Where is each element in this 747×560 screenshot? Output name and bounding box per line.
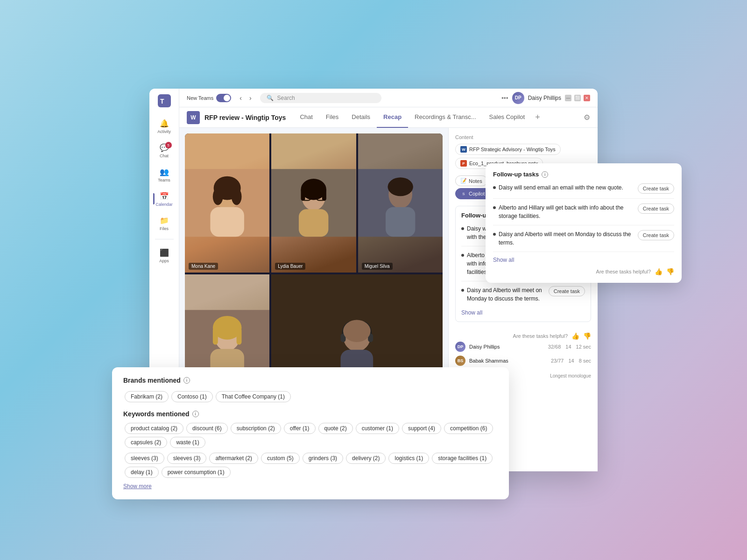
brands-card-title: Brands mentioned i	[123, 377, 498, 384]
kw-aftermarket[interactable]: aftermarket (2)	[209, 453, 258, 464]
user-name: Daisy Phillips	[528, 95, 561, 101]
thumbs-down-button[interactable]: 👎	[583, 332, 591, 340]
tab-recap[interactable]: Recap	[377, 107, 408, 128]
content-label: Content	[455, 134, 591, 140]
kw-quote[interactable]: quote (2)	[318, 423, 353, 434]
create-task-btn-3[interactable]: Create task	[549, 286, 585, 296]
sidebar-item-apps[interactable]: ⬛ Apps	[153, 244, 176, 266]
chat-badge: 5	[165, 142, 172, 148]
channel-settings-icon[interactable]: ⚙	[584, 113, 590, 122]
user-avatar[interactable]: DP	[512, 92, 524, 104]
files-icon: 📁	[159, 215, 169, 225]
minimize-button[interactable]: —	[565, 95, 571, 101]
kw-discount[interactable]: discount (6)	[186, 423, 228, 434]
kw-product-catalog[interactable]: product catalog (2)	[125, 423, 183, 434]
sidebar-label-calendar: Calendar	[155, 202, 173, 207]
sidebar-item-teams[interactable]: 👥 Teams	[153, 163, 176, 186]
kw-sleeves-1[interactable]: sleeves (3)	[125, 453, 164, 464]
count-babak: 14	[568, 358, 574, 364]
channel-icon: W	[187, 111, 200, 124]
svg-point-7	[232, 188, 242, 205]
name-daisy: Daisy Phillips	[469, 344, 544, 350]
svg-point-32	[343, 320, 371, 342]
apps-icon: ⬛	[159, 247, 169, 258]
kw-subscription[interactable]: subscription (2)	[231, 423, 281, 434]
helpful-section: Are these tasks helpful? 👍 👎	[455, 332, 591, 340]
tasks-card-thumbs-up[interactable]: 👍	[655, 268, 662, 275]
task-card-create-btn-1[interactable]: Create task	[638, 183, 674, 194]
maximize-button[interactable]: ⬜	[574, 95, 581, 101]
stats-daisy: 32/68 14 12 sec	[548, 344, 591, 350]
more-options-icon[interactable]: •••	[501, 94, 508, 102]
brands-card: Brands mentioned i Fabrikam (2) Contoso …	[112, 367, 509, 499]
task-bullet-2	[461, 254, 464, 257]
task-card-item-2: Alberto and Hillary will get back with i…	[493, 203, 674, 225]
task-card-item-3: Daisy and Alberto will meet on Monday to…	[493, 230, 674, 252]
ratio-daisy: 32/68	[548, 344, 561, 350]
file-rfp[interactable]: W RFP Strategic Advisory - Wingtip Toys	[455, 144, 561, 155]
forward-button[interactable]: ›	[247, 93, 254, 103]
time-daisy: 12 sec	[576, 344, 591, 350]
person-silhouette-lydia	[271, 133, 356, 273]
svg-rect-25	[213, 328, 218, 344]
stats-babak: 23/77 14 8 sec	[551, 358, 591, 364]
kw-waste[interactable]: waste (1)	[170, 437, 205, 448]
sidebar-item-chat[interactable]: 💬 5 Chat	[153, 139, 176, 161]
kw-capsules[interactable]: capsules (2)	[125, 437, 167, 448]
svg-rect-16	[322, 188, 326, 201]
kw-offer[interactable]: offer (1)	[284, 423, 316, 434]
sidebar-label-teams: Teams	[158, 178, 170, 182]
tab-sales-copilot[interactable]: Sales Copilot	[483, 107, 532, 128]
video-tile-miguel-silva: Miguel Silva	[358, 133, 443, 273]
back-button[interactable]: ‹	[237, 93, 245, 103]
task-card-create-btn-3[interactable]: Create task	[638, 230, 674, 240]
sidebar-item-activity[interactable]: 🔔 Activity	[153, 115, 176, 137]
sidebar-item-calendar[interactable]: 📅 Calendar	[153, 188, 176, 210]
svg-rect-15	[301, 188, 305, 201]
filter-notes[interactable]: 📝 Notes	[455, 175, 487, 186]
search-icon: 🔍	[267, 95, 274, 101]
tasks-card-show-all[interactable]: Show all	[493, 257, 674, 263]
search-bar[interactable]: 🔍 Search	[260, 93, 381, 103]
avatar-babak: BS	[455, 356, 465, 366]
kw-delivery[interactable]: delivery (2)	[346, 453, 386, 464]
brand-fabrikam[interactable]: Fabrikam (2)	[125, 391, 169, 402]
brand-that-coffee[interactable]: That Coffee Company (1)	[216, 391, 291, 402]
task-card-item-1: Daisy will send email an email with the …	[493, 183, 674, 199]
brand-contoso[interactable]: Contoso (1)	[171, 391, 213, 402]
count-daisy: 14	[565, 344, 571, 350]
thumbs-up-button[interactable]: 👍	[571, 332, 579, 340]
kw-competition[interactable]: competition (6)	[444, 423, 493, 434]
add-tab-button[interactable]: +	[531, 107, 544, 128]
sidebar-label-files: Files	[160, 226, 169, 231]
app-window: T 🔔 Activity 💬 5 Chat 👥 Teams 📅 Calendar…	[149, 89, 598, 471]
kw-storage-facilities[interactable]: storage facilities (1)	[432, 453, 493, 464]
tab-chat[interactable]: Chat	[293, 107, 319, 128]
kw-custom[interactable]: custom (5)	[261, 453, 300, 464]
show-all-link[interactable]: Show all	[461, 309, 585, 316]
tab-files[interactable]: Files	[319, 107, 345, 128]
task-card-text-1: Daisy will send email an email with the …	[499, 183, 635, 192]
title-bar: New Teams ‹ › 🔍 Search ••• DP Daisy Phil…	[179, 89, 598, 107]
kw-support[interactable]: support (4)	[402, 423, 441, 434]
show-more-link[interactable]: Show more	[123, 483, 152, 490]
longest-monologue-label: Longest monologue	[550, 373, 591, 378]
new-teams-toggle[interactable]	[216, 94, 231, 102]
brands-info-icon: i	[183, 377, 190, 384]
kw-customer[interactable]: customer (1)	[356, 423, 399, 434]
kw-grinders[interactable]: grinders (3)	[303, 453, 343, 464]
kw-power-consumption[interactable]: power consumption (1)	[162, 467, 231, 478]
kw-sleeves-2[interactable]: sleeves (3)	[167, 453, 207, 464]
video-name-mona: Mona Kane	[189, 263, 218, 270]
kw-logistics[interactable]: logistics (1)	[388, 453, 429, 464]
tab-details[interactable]: Details	[345, 107, 377, 128]
tasks-card-thumbs-down[interactable]: 👎	[666, 268, 674, 275]
kw-delay[interactable]: delay (1)	[125, 467, 159, 478]
tab-recordings[interactable]: Recordings & Transc...	[408, 107, 483, 128]
close-button[interactable]: ✕	[584, 95, 590, 101]
sidebar-divider	[155, 239, 174, 239]
person-silhouette-mona	[185, 133, 269, 273]
task-card-create-btn-2[interactable]: Create task	[638, 203, 674, 214]
sidebar-item-files[interactable]: 📁 Files	[153, 212, 176, 234]
channel-header: W RFP review - Wingtip Toys Chat Files D…	[179, 107, 598, 128]
